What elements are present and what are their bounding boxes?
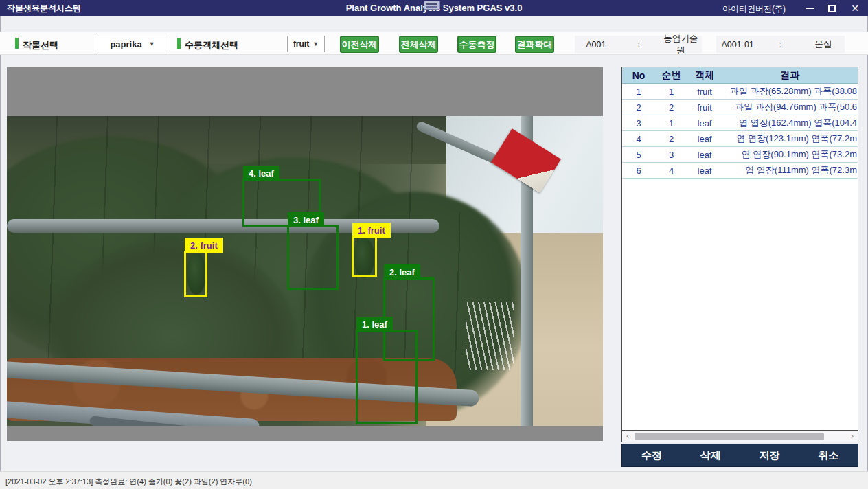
cell-object: fruit xyxy=(687,84,722,99)
detection-box-3-leaf[interactable]: 3. leaf xyxy=(287,225,339,290)
maximize-icon xyxy=(828,5,836,12)
detection-box-1-leaf[interactable]: 1. leaf xyxy=(356,330,418,424)
house-colon: : xyxy=(759,40,801,49)
result-panel: No 순번 객체 결과 11fruit과일 과장(65.28mm) 과폭(38.… xyxy=(621,67,858,467)
cell-object: fruit xyxy=(687,100,722,115)
result-table-body: 11fruit과일 과장(65.28mm) 과폭(38.0822fruit과일 … xyxy=(622,84,858,179)
site-name: 농업기술원 xyxy=(659,33,702,56)
status-text: [2021-03-02 오후 2:37:13] 측정완료: 엽(4) 줄기(0)… xyxy=(5,477,252,487)
cell-object: leaf xyxy=(687,115,722,130)
cell-no: 3 xyxy=(622,115,655,130)
cell-no: 6 xyxy=(622,163,655,178)
delete-all-button[interactable]: 전체삭제 xyxy=(399,36,438,53)
minimize-icon xyxy=(806,8,814,9)
scroll-left-icon[interactable]: ‹ xyxy=(622,431,633,441)
table-row[interactable]: 22fruit과일 과장(94.76mm) 과폭(50.6 xyxy=(622,100,858,115)
detection-label: 2. leaf xyxy=(384,264,420,280)
cell-object: leaf xyxy=(687,163,722,178)
result-zoom-button[interactable]: 결과확대 xyxy=(515,36,554,53)
cell-no: 5 xyxy=(622,147,655,162)
detection-box-2-fruit[interactable]: 2. fruit xyxy=(184,251,207,297)
cell-result: 과일 과장(94.76mm) 과폭(50.6 xyxy=(722,100,858,115)
detection-label: 3. leaf xyxy=(288,212,324,227)
toolbar: 작물선택 paprika ▼ 수동객체선택 fruit ▼ 이전삭제 전체삭제 … xyxy=(0,32,868,55)
cell-result: 과일 과장(65.28mm) 과폭(38.08 xyxy=(722,84,858,99)
site-colon: : xyxy=(617,40,660,49)
scrollbar-thumb[interactable] xyxy=(635,433,824,440)
scroll-right-icon[interactable]: › xyxy=(847,431,858,441)
table-row[interactable]: 11fruit과일 과장(65.28mm) 과폭(38.08 xyxy=(622,84,858,100)
cell-object: leaf xyxy=(687,131,722,146)
chevron-down-icon: ▼ xyxy=(312,41,319,47)
cell-result: 엽 엽장(90.1mm) 엽폭(73.2m xyxy=(722,147,858,162)
manual-object-value: fruit xyxy=(293,39,309,49)
previous-delete-button[interactable]: 이전삭제 xyxy=(340,36,379,53)
cell-no: 1 xyxy=(622,84,655,99)
detection-label: 1. fruit xyxy=(352,223,391,238)
chevron-down-icon: ▼ xyxy=(149,41,155,47)
table-row[interactable]: 53leaf엽 엽장(90.1mm) 엽폭(73.2m xyxy=(622,147,858,163)
app-title: 작물생육분석시스템 xyxy=(7,3,81,14)
manual-object-label: 수동객체선택 xyxy=(185,39,238,52)
header-result: 결과 xyxy=(722,67,858,83)
cell-seq: 1 xyxy=(655,115,687,130)
table-action-bar: 수정 삭제 저장 취소 xyxy=(621,444,858,467)
crop-select-dropdown[interactable]: paprika ▼ xyxy=(95,36,170,52)
crop-select-value: paprika xyxy=(110,39,141,49)
company-name: 아이티컨버전(주) xyxy=(722,3,786,15)
house-name: 온실 xyxy=(802,38,845,50)
result-table-header: No 순번 객체 결과 xyxy=(622,67,858,84)
table-row[interactable]: 42leaf엽 엽장(123.1mm) 엽폭(77.2m xyxy=(622,131,858,147)
header-seq: 순번 xyxy=(655,67,687,83)
status-bar: [2021-03-02 오후 2:37:13] 측정완료: 엽(4) 줄기(0)… xyxy=(0,471,868,489)
cell-seq: 4 xyxy=(655,163,687,178)
manual-object-dropdown[interactable]: fruit ▼ xyxy=(287,36,325,52)
detection-label: 2. fruit xyxy=(185,238,223,253)
maximize-button[interactable] xyxy=(821,0,842,16)
cell-seq: 2 xyxy=(655,100,687,115)
cell-no: 2 xyxy=(622,100,655,115)
site-code: A001 xyxy=(575,40,617,49)
manual-measure-button[interactable]: 수동측정 xyxy=(457,36,496,53)
annotation-layer: 4. leaf3. leaf1. fruit2. fruit2. leaf1. … xyxy=(7,67,603,441)
cell-no: 4 xyxy=(622,131,655,146)
house-code: A001-01 xyxy=(716,40,759,49)
edit-button[interactable]: 수정 xyxy=(622,444,681,466)
result-table: No 순번 객체 결과 11fruit과일 과장(65.28mm) 과폭(38.… xyxy=(621,67,858,431)
title-bar: 작물생육분석시스템 Plant Growth Analysis System P… xyxy=(0,0,868,16)
crop-select-accent-bar xyxy=(15,38,19,49)
horizontal-scrollbar[interactable]: ‹ › xyxy=(621,431,858,442)
cell-seq: 2 xyxy=(655,131,687,146)
detection-label: 1. leaf xyxy=(356,317,393,332)
cell-object: leaf xyxy=(687,147,722,162)
cell-seq: 3 xyxy=(655,147,687,162)
cell-seq: 1 xyxy=(655,84,687,99)
table-row[interactable]: 64leaf엽 엽장(111mm) 엽폭(72.3m xyxy=(622,163,858,179)
cancel-button[interactable]: 취소 xyxy=(799,444,858,466)
mini-window-icon xyxy=(424,1,440,10)
delete-button[interactable]: 삭제 xyxy=(681,444,740,466)
site-info-box: A001 : 농업기술원 xyxy=(575,36,702,53)
header-no: No xyxy=(622,67,655,83)
table-row[interactable]: 31leaf엽 엽장(162.4mm) 엽폭(104.4 xyxy=(622,115,858,131)
save-button[interactable]: 저장 xyxy=(740,444,799,466)
detection-label: 4. leaf xyxy=(243,166,279,181)
cell-result: 엽 엽장(123.1mm) 엽폭(77.2m xyxy=(722,131,858,146)
detection-box-1-fruit[interactable]: 1. fruit xyxy=(352,236,377,277)
header-object: 객체 xyxy=(687,67,722,83)
cell-result: 엽 엽장(111mm) 엽폭(72.3m xyxy=(722,163,858,178)
close-button[interactable]: ✕ xyxy=(845,0,865,16)
crop-select-label: 작물선택 xyxy=(23,39,58,52)
house-info-box: A001-01 : 온실 xyxy=(716,36,845,53)
manual-object-accent-bar xyxy=(177,38,181,49)
minimize-button[interactable] xyxy=(799,0,820,16)
cell-result: 엽 엽장(162.4mm) 엽폭(104.4 xyxy=(722,115,858,130)
camera-image-panel[interactable]: 4. leaf3. leaf1. fruit2. fruit2. leaf1. … xyxy=(7,67,603,441)
